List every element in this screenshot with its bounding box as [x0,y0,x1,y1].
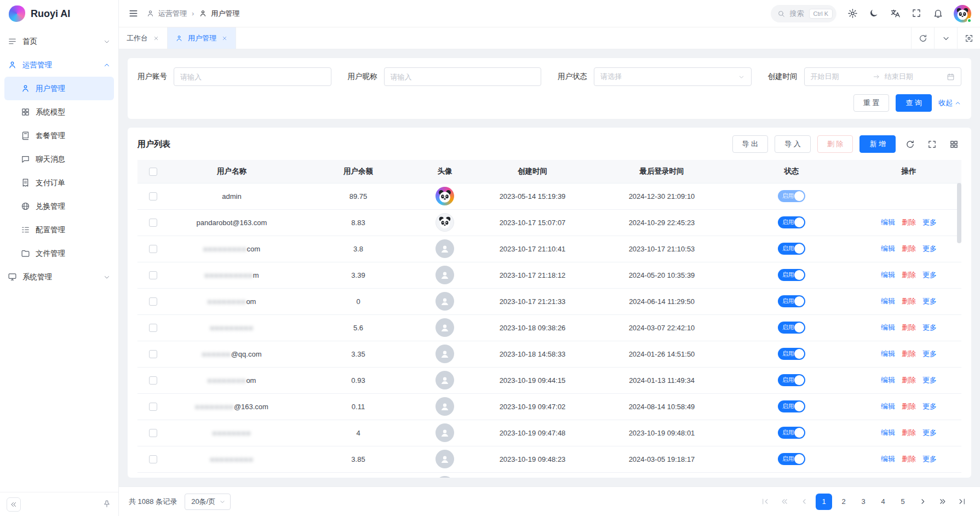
delete-link[interactable]: 删除 [902,244,916,253]
page-size-select[interactable]: 20条/页 [185,494,231,510]
delete-link[interactable]: 删除 [902,402,916,410]
sidebar-item-file-management[interactable]: 文件管理 [0,242,118,265]
menu-toggle-button[interactable] [128,8,139,19]
sidebar-pin-button[interactable] [102,500,112,509]
first-page-button[interactable] [757,494,773,510]
add-button[interactable]: 新 增 [859,135,896,153]
edit-link[interactable]: 编辑 [881,402,895,410]
more-link[interactable]: 更多 [922,376,937,384]
edit-link[interactable]: 编辑 [881,323,895,331]
prev-page-button[interactable] [796,494,812,510]
more-link[interactable]: 更多 [922,297,937,305]
more-link[interactable]: 更多 [922,349,937,358]
sidebar-item-chat-messages[interactable]: 聊天消息 [0,147,118,171]
app-logo[interactable]: Ruoyi AI [0,0,118,27]
global-search[interactable]: 搜索 Ctrl K [771,5,837,22]
sidebar-item-payment-orders[interactable]: 支付订单 [0,171,118,194]
edit-link[interactable]: 编辑 [881,376,895,384]
more-link[interactable]: 更多 [922,244,937,253]
reset-button[interactable]: 重 置 [853,94,890,112]
table-scrollbar[interactable] [957,183,961,478]
more-link[interactable]: 更多 [922,402,937,410]
prev-group-button[interactable] [776,494,793,510]
more-link[interactable]: 更多 [922,271,937,279]
account-input[interactable] [174,67,331,86]
fullscreen-button[interactable] [911,8,922,19]
close-icon[interactable] [153,35,159,42]
page-button-3[interactable]: 3 [855,494,872,510]
breadcrumb-item-operations[interactable]: 运营管理 [146,9,187,19]
sidebar-item-system-model[interactable]: 系统模型 [0,100,118,124]
row-checkbox[interactable] [149,455,157,463]
status-toggle[interactable]: 启用 [778,400,805,412]
status-toggle[interactable]: 启用 [778,295,805,307]
query-button[interactable]: 查 询 [896,94,932,112]
tab-user-management[interactable]: 用户管理 [168,27,236,49]
status-toggle[interactable]: 启用 [778,322,805,334]
edit-link[interactable]: 编辑 [881,271,895,279]
nickname-input[interactable] [384,67,542,86]
page-button-5[interactable]: 5 [895,494,911,510]
row-checkbox[interactable] [149,271,157,279]
column-settings-button[interactable] [946,136,961,152]
sidebar-item-operations-management[interactable]: 运营管理 [0,53,118,77]
created-time-daterange[interactable]: 开始日期结束日期 [804,67,962,86]
status-toggle[interactable]: 启用 [778,190,805,202]
sidebar-item-user-management[interactable]: 用户管理 [4,77,114,100]
user-avatar-button[interactable] [954,5,971,22]
row-checkbox[interactable] [149,192,157,200]
sidebar-item-exchange-management[interactable]: 兑换管理 [0,194,118,218]
delete-button[interactable]: 删 除 [817,135,853,153]
tab-menu-button[interactable] [934,27,957,49]
tab-refresh-button[interactable] [911,27,934,49]
edit-link[interactable]: 编辑 [881,455,895,463]
status-toggle[interactable]: 启用 [778,453,805,465]
sidebar-item-system-management[interactable]: 系统管理 [0,265,118,289]
row-checkbox[interactable] [149,376,157,385]
delete-link[interactable]: 删除 [902,349,916,358]
table-refresh-button[interactable] [902,136,918,152]
sidebar-item-home[interactable]: 首页 [0,30,118,53]
status-toggle[interactable]: 启用 [778,348,805,360]
status-toggle[interactable]: 启用 [778,374,805,386]
status-toggle[interactable]: 启用 [778,243,805,255]
page-button-1[interactable]: 1 [816,494,832,510]
content-fullscreen-button[interactable] [957,27,980,49]
status-toggle[interactable]: 启用 [778,269,805,281]
dark-mode-button[interactable] [868,8,879,19]
row-checkbox[interactable] [149,219,157,227]
delete-link[interactable]: 删除 [902,376,916,384]
row-checkbox[interactable] [149,297,157,306]
edit-link[interactable]: 编辑 [881,349,895,358]
sidebar-item-config-management[interactable]: 配置管理 [0,218,118,242]
page-button-4[interactable]: 4 [875,494,891,510]
row-checkbox[interactable] [149,403,157,411]
language-button[interactable] [890,8,901,19]
status-select[interactable]: 请选择 [594,67,752,86]
more-link[interactable]: 更多 [922,218,937,226]
scrollbar-thumb[interactable] [957,183,961,243]
delete-link[interactable]: 删除 [902,455,916,463]
breadcrumb-item-users[interactable]: 用户管理 [199,9,239,19]
settings-button[interactable] [847,8,858,19]
status-toggle[interactable]: 启用 [778,427,805,439]
last-page-button[interactable] [954,494,970,510]
tab-workbench[interactable]: 工作台 [119,27,168,49]
close-icon[interactable] [221,35,228,42]
next-page-button[interactable] [914,494,931,510]
edit-link[interactable]: 编辑 [881,218,895,226]
edit-link[interactable]: 编辑 [881,297,895,305]
sidebar-item-package-management[interactable]: 套餐管理 [0,124,118,147]
import-button[interactable]: 导 入 [775,135,811,153]
more-link[interactable]: 更多 [922,428,937,437]
more-link[interactable]: 更多 [922,455,937,463]
row-checkbox[interactable] [149,429,157,437]
delete-link[interactable]: 删除 [902,297,916,305]
edit-link[interactable]: 编辑 [881,428,895,437]
delete-link[interactable]: 删除 [902,218,916,226]
row-checkbox[interactable] [149,324,157,332]
notifications-button[interactable] [932,8,943,19]
next-group-button[interactable] [934,494,950,510]
table-fullscreen-button[interactable] [924,136,939,152]
edit-link[interactable]: 编辑 [881,244,895,253]
